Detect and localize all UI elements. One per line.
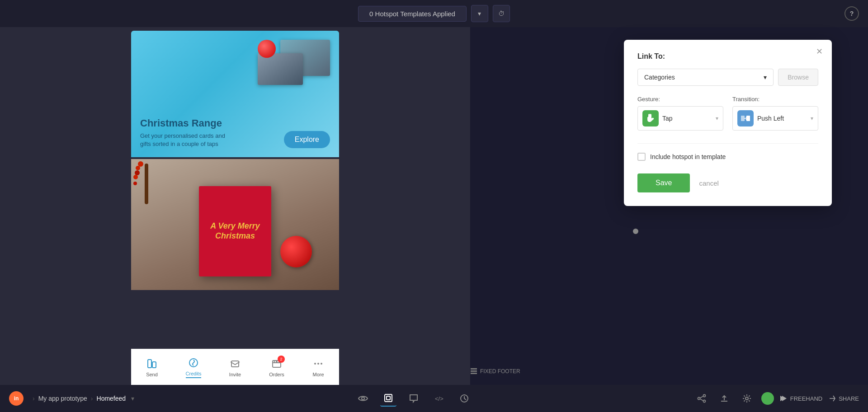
gesture-label: Gesture: <box>637 96 723 103</box>
toolbar-code-btn[interactable]: </> <box>431 390 447 407</box>
hotspot-dropdown-btn[interactable]: ▾ <box>471 5 488 22</box>
christmas-greeting-card: A Very Merry Christmas <box>199 186 271 276</box>
app-nav-bar: Send Credits Invite <box>131 349 339 385</box>
settings-btn[interactable] <box>739 390 755 407</box>
link-to-dropdown[interactable]: Categories ▾ <box>637 69 774 86</box>
svg-point-5 <box>274 360 277 363</box>
credits-icon <box>187 356 200 369</box>
christmas-card-image[interactable]: A Very Merry Christmas <box>131 159 339 290</box>
phone-content: Christmas Range Get your personalised ca… <box>0 27 470 385</box>
modal-panel: ✕ Link To: Categories ▾ Browse Gesture: … <box>624 40 832 206</box>
send-icon <box>146 357 158 370</box>
gesture-transition-row: Gesture: Tap ▾ Transition: <box>637 96 818 131</box>
invision-logo[interactable]: in <box>9 391 24 406</box>
modal-close-button[interactable]: ✕ <box>814 46 825 57</box>
fixed-footer-text: FIXED FOOTER <box>480 368 520 375</box>
berry-stem <box>145 164 148 204</box>
cancel-link[interactable]: cancel <box>699 179 718 187</box>
christmas-range-image[interactable]: Christmas Range Get your personalised ca… <box>131 31 339 157</box>
svg-rect-17 <box>387 396 390 400</box>
modal-title: Link To: <box>637 52 818 61</box>
user-avatar[interactable] <box>761 392 774 405</box>
transition-group: Transition: Push Left ▾ <box>732 96 818 131</box>
share-button[interactable]: SHARE <box>829 395 859 402</box>
transition-icon <box>737 110 754 126</box>
browse-button[interactable]: Browse <box>778 69 818 86</box>
toolbar-center: </> <box>134 390 693 407</box>
transition-select[interactable]: Push Left ▾ <box>732 106 818 131</box>
nav-invite[interactable]: Invite <box>214 349 256 385</box>
svg-point-19 <box>698 398 700 400</box>
breadcrumb-chevron-2: › <box>91 395 93 402</box>
svg-rect-13 <box>741 116 745 121</box>
svg-point-22 <box>745 397 748 400</box>
berry-5 <box>133 182 137 185</box>
share-connections-btn[interactable] <box>693 390 710 407</box>
berry-4 <box>133 175 138 179</box>
gesture-value: Tap <box>662 115 712 122</box>
breadcrumb-my-app[interactable]: My app prototype <box>38 395 87 402</box>
logo-area: in <box>9 391 24 406</box>
image-panel: Christmas Range Get your personalised ca… <box>131 31 339 290</box>
gesture-group: Gesture: Tap ▾ <box>637 96 723 131</box>
freehand-button[interactable]: FREEHAND <box>780 395 823 402</box>
help-button[interactable]: ? <box>844 6 859 21</box>
breadcrumb-homefeed[interactable]: Homefeed <box>97 395 126 402</box>
include-hotspot-label: Include hotspot in template <box>650 153 726 160</box>
berry-2 <box>136 166 140 170</box>
svg-rect-0 <box>148 360 151 368</box>
svg-rect-1 <box>152 362 156 368</box>
nav-invite-label: Invite <box>229 372 241 377</box>
canvas-area: Christmas Range Get your personalised ca… <box>0 27 470 385</box>
nav-send[interactable]: Send <box>131 349 173 385</box>
svg-rect-3 <box>231 361 239 367</box>
transition-arrow: ▾ <box>811 115 813 122</box>
toolbar-comment-btn[interactable] <box>406 390 422 407</box>
toolbar-history-btn[interactable] <box>456 390 472 407</box>
orders-icon: 2 <box>270 357 283 370</box>
svg-point-15 <box>362 397 364 400</box>
explore-button[interactable]: Explore <box>284 131 330 148</box>
upload-btn[interactable] <box>716 390 732 407</box>
modal-divider <box>637 143 818 144</box>
hotspot-timer-btn[interactable]: ⏱ <box>493 5 510 22</box>
svg-rect-12 <box>471 373 477 374</box>
svg-point-8 <box>317 363 319 365</box>
freehand-label: FREEHAND <box>790 395 823 402</box>
breadcrumb: › My app prototype › Homefeed ▾ <box>33 395 134 402</box>
nav-credits[interactable]: Credits <box>173 349 214 385</box>
christmas-range-title: Christmas Range <box>140 117 330 129</box>
svg-rect-11 <box>471 370 477 372</box>
invite-icon <box>229 357 241 370</box>
fixed-footer-label: FIXED FOOTER <box>470 368 520 375</box>
top-bar-right: ? <box>844 6 859 21</box>
svg-point-7 <box>314 363 316 365</box>
svg-rect-10 <box>471 368 477 370</box>
hotspot-badge: 0 Hotspot Templates Applied ▾ ⏱ <box>358 5 510 22</box>
hotspot-templates-label[interactable]: 0 Hotspot Templates Applied <box>358 6 467 22</box>
breadcrumb-dropdown-arrow[interactable]: ▾ <box>131 395 134 402</box>
svg-point-21 <box>703 400 705 403</box>
action-row: Save cancel <box>637 173 818 192</box>
gesture-icon <box>642 110 659 126</box>
link-to-value: Categories <box>644 74 675 81</box>
orders-badge: 2 <box>278 356 285 363</box>
more-icon <box>312 357 325 370</box>
include-hotspot-checkbox[interactable] <box>637 153 646 161</box>
nav-orders[interactable]: 2 Orders <box>256 349 297 385</box>
link-to-arrow: ▾ <box>764 74 767 81</box>
nav-more-label: More <box>312 372 324 377</box>
cursor <box>633 229 638 234</box>
large-bauble <box>280 236 312 267</box>
save-button[interactable]: Save <box>637 173 690 192</box>
nav-more[interactable]: More <box>297 349 339 385</box>
transition-value: Push Left <box>757 115 807 122</box>
nav-credits-label: Credits <box>186 371 202 378</box>
nav-orders-label: Orders <box>269 372 284 377</box>
gesture-select[interactable]: Tap ▾ <box>637 106 723 131</box>
toolbar-eye-btn[interactable] <box>355 390 371 407</box>
toolbar-frame-btn[interactable] <box>380 390 396 407</box>
include-hotspot-row: Include hotspot in template <box>637 153 818 161</box>
breadcrumb-chevron-1: › <box>33 395 35 402</box>
transition-label: Transition: <box>732 96 818 103</box>
